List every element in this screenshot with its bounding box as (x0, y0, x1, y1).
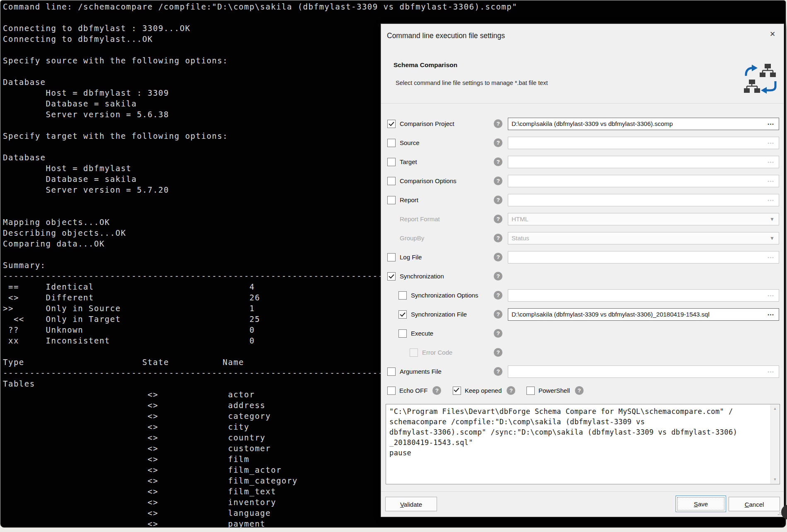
option-row-error-code: Error Code? (381, 343, 784, 362)
option-row-synchronization-options: Synchronization Options?… (381, 286, 784, 305)
toggle-row: Echo OFF?Keep opened?PowerShell? (381, 386, 784, 396)
report-format-value: HTML (512, 213, 529, 225)
synchronization-checkbox[interactable] (387, 272, 396, 281)
source-input[interactable]: … (508, 137, 779, 149)
keep-opened-label: Keep opened (465, 387, 502, 394)
help-icon[interactable]: ? (494, 119, 502, 128)
comparison-project-checkbox[interactable] (387, 120, 396, 128)
toggle-echo-off: Echo OFF? (387, 386, 441, 395)
help-icon[interactable]: ? (494, 196, 502, 204)
arguments-file-label: Arguments File (400, 362, 442, 381)
synchronization-file-input[interactable]: D:\comp\sakila (dbfmylast-3309 vs dbfmyl… (508, 308, 779, 321)
browse-ellipsis-icon[interactable]: … (767, 288, 775, 300)
footer-separator (381, 491, 784, 492)
dialog-title: Command line execution file settings (387, 31, 505, 40)
browse-ellipsis-icon[interactable]: … (767, 117, 775, 128)
powershell-label: PowerShell (538, 387, 570, 394)
help-icon[interactable]: ? (494, 310, 502, 319)
option-row-comparison-project: Comparison Project?D:\comp\sakila (dbfmy… (381, 114, 784, 133)
comparison-project-input[interactable]: D:\comp\sakila (dbfmylast-3309 vs dbfmyl… (508, 118, 779, 130)
browse-ellipsis-icon[interactable]: … (767, 136, 775, 148)
command-line-settings-dialog: Command line execution file settings ✕ S… (381, 24, 784, 517)
save-button[interactable]: Save (676, 496, 726, 512)
arguments-file-checkbox[interactable] (387, 368, 396, 376)
toggle-powershell: PowerShell? (526, 386, 584, 395)
browse-ellipsis-icon[interactable]: … (767, 250, 775, 262)
synchronization-options-checkbox[interactable] (398, 291, 407, 300)
error-code-label: Error Code (422, 343, 452, 362)
echo-off-label: Echo OFF (399, 387, 427, 394)
option-row-arguments-file: Arguments File?… (381, 362, 784, 381)
report-label: Report (400, 191, 418, 210)
comparison-options-label: Comparison Options (400, 172, 456, 191)
bat-file-textarea[interactable]: "C:\Program Files\Devart\dbForge Schema … (386, 404, 780, 484)
option-row-synchronization: Synchronization? (381, 267, 784, 286)
option-row-comparison-options: Comparison Options?… (381, 172, 784, 191)
dropdown-arrow-icon: ▼ (770, 232, 775, 244)
option-row-synchronization-file: Synchronization File?D:\comp\sakila (dbf… (381, 305, 784, 324)
scroll-up-icon[interactable]: ▲ (771, 405, 779, 413)
help-icon[interactable]: ? (507, 386, 515, 395)
target-label: Target (400, 152, 417, 172)
report-checkbox[interactable] (387, 196, 396, 204)
browse-ellipsis-icon[interactable]: … (767, 307, 775, 319)
help-icon[interactable]: ? (494, 234, 502, 242)
comparison-project-label: Comparison Project (400, 114, 454, 133)
arguments-file-input[interactable]: … (508, 365, 779, 378)
help-icon[interactable]: ? (575, 386, 584, 395)
validate-button[interactable]: Validate (385, 497, 437, 511)
dropdown-arrow-icon: ▼ (770, 213, 775, 225)
textarea-scrollbar[interactable]: ▲ ▼ (770, 405, 779, 484)
help-icon[interactable]: ? (494, 329, 502, 338)
help-icon[interactable]: ? (494, 215, 502, 223)
header-separator (381, 103, 784, 104)
echo-off-checkbox[interactable] (387, 387, 396, 395)
comparison-options-checkbox[interactable] (387, 177, 396, 185)
help-icon[interactable]: ? (494, 348, 502, 357)
browse-ellipsis-icon[interactable]: … (767, 193, 775, 205)
browse-ellipsis-icon[interactable]: … (767, 365, 775, 376)
log-file-checkbox[interactable] (387, 253, 396, 261)
log-file-input[interactable]: … (508, 251, 779, 264)
help-icon[interactable]: ? (494, 157, 502, 166)
report-format-label: Report Format (400, 210, 440, 229)
target-input[interactable]: … (508, 156, 779, 168)
help-icon[interactable]: ? (494, 177, 502, 185)
synchronization-options-input[interactable]: … (508, 289, 779, 302)
powershell-checkbox[interactable] (526, 387, 535, 395)
option-row-report-format: Report Format?HTML▼ (381, 210, 784, 229)
source-checkbox[interactable] (387, 139, 396, 147)
option-row-log-file: Log File?… (381, 248, 784, 267)
scroll-down-icon[interactable]: ▼ (771, 476, 779, 484)
schema-comparison-icon (743, 63, 778, 98)
groupby-dropdown: Status▼ (508, 232, 779, 244)
help-icon[interactable]: ? (494, 272, 502, 281)
synchronization-file-checkbox[interactable] (398, 310, 407, 319)
report-format-dropdown: HTML▼ (508, 213, 779, 225)
comparison-options-input[interactable]: … (508, 175, 779, 187)
execute-label: Execute (411, 324, 433, 343)
target-checkbox[interactable] (387, 158, 396, 166)
section-subtitle: Select command line file settings to man… (396, 80, 548, 86)
close-icon[interactable]: ✕ (767, 29, 778, 40)
error-code-checkbox (410, 348, 418, 357)
browse-ellipsis-icon[interactable]: … (767, 155, 775, 167)
option-row-source: Source?… (381, 133, 784, 152)
option-row-groupby: GroupBy?Status▼ (381, 229, 784, 248)
report-input[interactable]: … (508, 194, 779, 206)
help-icon[interactable]: ? (494, 291, 502, 300)
comparison-project-value: D:\comp\sakila (dbfmylast-3309 vs dbfmyl… (512, 118, 673, 130)
synchronization-file-value: D:\comp\sakila (dbfmylast-3309 vs dbfmyl… (512, 309, 710, 320)
option-row-report: Report?… (381, 191, 784, 210)
help-icon[interactable]: ? (432, 386, 441, 395)
execute-checkbox[interactable] (398, 329, 407, 338)
browse-ellipsis-icon[interactable]: … (767, 174, 775, 186)
help-icon[interactable]: ? (494, 367, 502, 376)
keep-opened-checkbox[interactable] (453, 387, 461, 395)
option-row-target: Target?… (381, 152, 784, 172)
help-icon[interactable]: ? (494, 138, 502, 147)
bat-file-text: "C:\Program Files\Devart\dbForge Schema … (389, 406, 737, 458)
cancel-button[interactable]: Cancel (729, 497, 780, 511)
synchronization-options-label: Synchronization Options (411, 286, 478, 305)
help-icon[interactable]: ? (494, 253, 502, 261)
